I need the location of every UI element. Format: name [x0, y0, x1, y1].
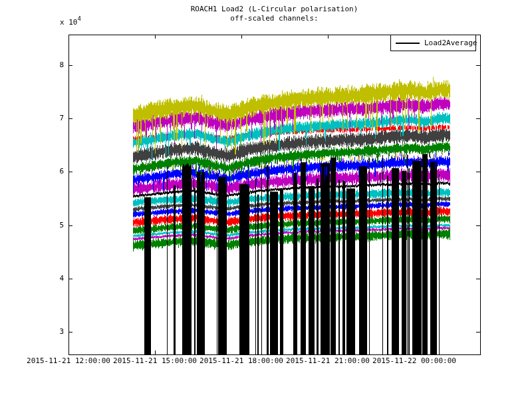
figure-window: ROACH1 Load2 (L-Circular polarisation) o… — [0, 0, 532, 399]
x-tick-label: 2015-11-21 18:00:00 — [195, 357, 288, 365]
x-tick-label: 2015-11-21 15:00:00 — [108, 357, 201, 365]
legend-label: Load2Average — [424, 39, 477, 47]
y-tick-label: 6 — [40, 168, 64, 176]
y-tick-label: 7 — [40, 114, 64, 122]
x-tick-label: 2015-11-21 12:00:00 — [22, 357, 115, 365]
y-tick-label: 8 — [40, 61, 64, 69]
y-axis-offset-prefix: x 10 — [60, 18, 78, 27]
y-tick-label: 4 — [40, 275, 64, 283]
y-tick-label: 3 — [40, 328, 64, 336]
y-tick-label: 5 — [40, 221, 64, 229]
x-tick-label: 2015-11-22 00:00:00 — [368, 357, 461, 365]
figure-subtitle: off-scaled channels: — [68, 15, 480, 23]
legend-line-sample — [396, 43, 420, 44]
plot-canvas — [0, 0, 532, 399]
y-axis-offset-label: x 104 — [60, 16, 81, 27]
figure-title: ROACH1 Load2 (L-Circular polarisation) — [68, 5, 480, 13]
legend: Load2Average — [390, 35, 476, 51]
y-axis-offset-exponent: 4 — [78, 15, 81, 22]
x-tick-label: 2015-11-21 21:00:00 — [281, 357, 374, 365]
